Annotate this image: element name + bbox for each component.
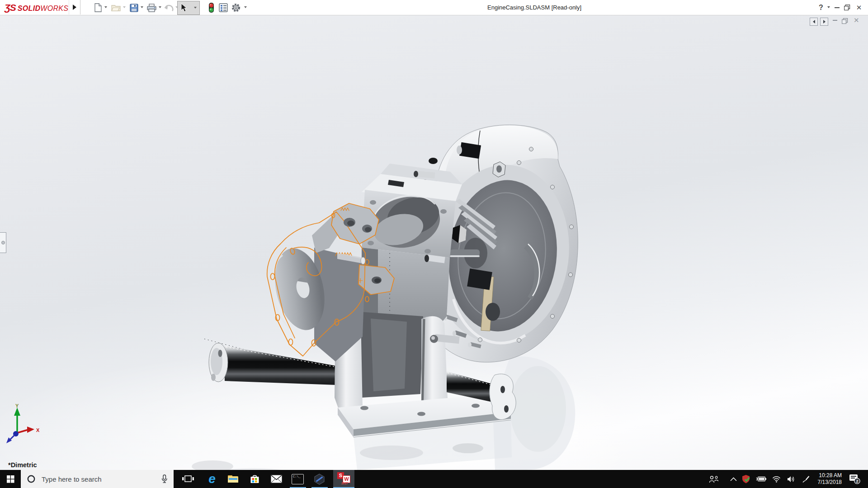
taskbar-app-command-prompt[interactable]: C:\_ — [288, 470, 308, 488]
svg-text:X: X — [36, 427, 40, 433]
title-bar: ƷSSOLIDWORKS EngineCasing.SLDASM [Read-o… — [0, 0, 868, 15]
taskbar-app-mail[interactable] — [266, 470, 287, 488]
graphics-viewport[interactable]: Y X — [0, 15, 868, 470]
options-button[interactable] — [231, 2, 241, 13]
notification-center-icon: 2 — [849, 474, 861, 484]
doc-restore-button[interactable] — [842, 18, 848, 26]
undo-arrow-icon — [164, 4, 174, 12]
hexagon-app-icon — [314, 474, 325, 485]
clock-time: 10:28 AM — [814, 472, 842, 479]
new-document-button[interactable] — [93, 2, 104, 13]
pane-tab-handle-icon — [1, 241, 5, 244]
taskbar: Type here to search e C:\_ S W 2017 — [0, 470, 868, 488]
search-placeholder: Type here to search — [42, 475, 102, 483]
save-floppy-icon — [130, 4, 138, 12]
close-button[interactable]: ✕ — [854, 0, 863, 15]
new-dropdown-caret[interactable] — [104, 6, 107, 8]
people-icon — [709, 475, 719, 483]
task-view-button[interactable] — [178, 470, 198, 488]
save-button[interactable] — [128, 2, 139, 13]
volume-icon — [787, 476, 795, 483]
print-button[interactable] — [146, 2, 157, 13]
new-document-icon — [94, 3, 102, 12]
mail-icon — [271, 475, 282, 483]
windows-ink-pen-icon — [802, 475, 810, 483]
cortana-icon — [27, 475, 35, 483]
feature-pane-tab[interactable] — [0, 232, 6, 253]
open-folder-icon — [111, 4, 121, 12]
tray-overflow-button[interactable] — [729, 470, 738, 488]
open-dropdown-caret — [123, 6, 126, 8]
engine-casing-model: Y X — [0, 15, 868, 470]
open-document-button[interactable] — [111, 2, 122, 13]
antivirus-shield-icon — [742, 474, 751, 484]
edge-icon: e — [208, 473, 216, 485]
doc-minimize-button[interactable] — [833, 20, 837, 21]
select-cursor-icon — [180, 3, 188, 12]
options-dropdown-caret[interactable] — [244, 6, 247, 8]
select-dropdown-caret[interactable] — [194, 7, 197, 9]
doc-close-icon: ✕ — [854, 16, 859, 24]
flyout-arrow-icon — [73, 5, 76, 10]
clock-date: 7/13/2018 — [814, 479, 842, 486]
taskbar-app-edge[interactable]: e — [202, 470, 222, 488]
arrow-right-icon — [823, 20, 826, 23]
task-view-icon — [182, 474, 194, 483]
command-prompt-icon: C:\_ — [292, 474, 304, 484]
minimize-icon — [835, 7, 840, 8]
options-gear-icon — [231, 3, 241, 13]
menu-flyout-button[interactable] — [69, 0, 80, 14]
start-button[interactable] — [0, 470, 21, 488]
wifi-icon — [772, 476, 781, 483]
solidworks-2017-icon: S W 2017 — [337, 472, 351, 484]
taskbar-app-hexagon[interactable] — [309, 470, 330, 488]
doc-restore-icon — [842, 18, 848, 24]
microphone-icon — [161, 474, 168, 483]
battery-charging-icon — [756, 476, 767, 482]
select-tool-button[interactable] — [177, 1, 200, 15]
tray-volume-button[interactable] — [785, 470, 797, 488]
rebuild-traffic-light-icon — [208, 2, 214, 13]
pane-collapse-right-button[interactable] — [820, 18, 828, 26]
taskbar-app-solidworks[interactable]: S W 2017 — [333, 470, 354, 488]
view-orientation-label: *Dimetric — [8, 461, 37, 469]
tray-people-button[interactable] — [708, 470, 720, 488]
rebuild-button[interactable] — [206, 2, 217, 13]
file-explorer-icon — [227, 474, 239, 483]
notification-badge: 2 — [856, 479, 858, 483]
pane-collapse-left-button[interactable] — [810, 18, 818, 26]
taskbar-app-file-explorer[interactable] — [222, 470, 243, 488]
right-flange — [490, 374, 516, 420]
close-icon: ✕ — [856, 4, 862, 12]
restore-button[interactable] — [843, 0, 852, 15]
minimize-button[interactable] — [833, 0, 841, 15]
search-input[interactable]: Type here to search — [21, 470, 174, 488]
tray-notification-button[interactable]: 2 — [847, 470, 863, 488]
undo-button[interactable] — [163, 2, 174, 13]
save-dropdown-caret[interactable] — [141, 6, 143, 8]
display-pane-icon — [219, 3, 228, 12]
tray-ink-button[interactable] — [800, 470, 812, 488]
doc-close-button[interactable]: ✕ — [854, 16, 859, 24]
doc-minimize-icon — [833, 20, 837, 21]
printer-icon — [147, 4, 156, 12]
store-icon — [250, 474, 260, 484]
print-dropdown-caret[interactable] — [159, 6, 161, 8]
arrow-left-icon — [813, 20, 815, 23]
tray-network-button[interactable] — [770, 470, 782, 488]
tray-antivirus-button[interactable] — [741, 470, 752, 488]
taskbar-app-store[interactable] — [244, 470, 265, 488]
3ds-logo-mark: ƷS — [5, 2, 16, 13]
tray-clock[interactable]: 10:28 AM 7/13/2018 — [814, 472, 842, 486]
restore-icon — [844, 5, 850, 10]
display-pane-button[interactable] — [218, 2, 229, 13]
windows-logo-icon — [7, 475, 14, 483]
help-button[interactable]: ? — [816, 0, 826, 15]
svg-text:Y: Y — [15, 403, 19, 408]
tray-battery-button[interactable] — [755, 470, 768, 488]
solidworks-logo: ƷSSOLIDWORKS — [5, 2, 68, 13]
chevron-up-icon — [730, 477, 737, 481]
help-dropdown-caret[interactable] — [827, 6, 830, 8]
window-title: EngineCasing.SLDASM [Read-only] — [487, 4, 581, 11]
